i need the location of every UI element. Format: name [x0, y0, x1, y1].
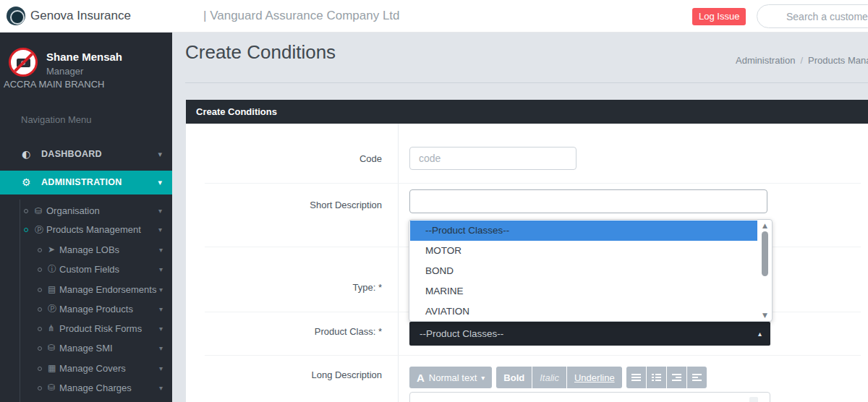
unordered-list-button[interactable]	[626, 367, 646, 388]
editor-toolbar: A Normal text ▾ Bold Italic Underline	[409, 367, 707, 388]
info-circle-icon: ⓘ	[48, 260, 56, 279]
database-icon: ⛁	[48, 338, 55, 358]
long-description-label: Long Description	[186, 369, 382, 380]
sidebar-subitem-label: Product Risk Forms	[59, 319, 142, 338]
location-arrow-icon: ➤	[48, 240, 55, 260]
sidebar-subitem[interactable]: ⛁ Manage SMI ▾	[0, 338, 172, 358]
main-content: Create Conditions Administration/Product…	[172, 33, 868, 402]
indent-icon	[692, 373, 702, 382]
short-description-label: Short Description	[186, 200, 382, 210]
dropdown-scrollbar[interactable]: ▲ ▼	[760, 222, 770, 319]
chevron-down-icon: ▾	[159, 338, 163, 358]
red-slash-icon	[11, 51, 35, 75]
chevron-down-icon: ▾	[158, 171, 162, 194]
row-divider	[205, 355, 861, 356]
user-name: Shane Mensah	[46, 51, 122, 63]
sidebar-subitem[interactable]: ▦ Manage Covers ▾	[0, 359, 172, 378]
sidebar-subitem[interactable]: ⛁ Organisation ▾	[0, 202, 172, 221]
bullet-circle-icon	[24, 228, 28, 232]
sidebar-subitem[interactable]: Ⓟ Products Management ▾	[0, 221, 172, 239]
italic-button[interactable]: Italic	[532, 367, 566, 388]
long-description-editor[interactable]	[409, 392, 770, 402]
sidebar-subitem[interactable]: ⋔ Product Risk Forms ▾	[0, 319, 172, 338]
type-label: Type: *	[186, 282, 382, 293]
scroll-up-icon[interactable]: ▲	[760, 222, 770, 229]
dropdown-option[interactable]: --Product Classes--	[410, 221, 757, 241]
chevron-down-icon: ▾	[159, 260, 163, 279]
label-column-divider	[398, 124, 399, 402]
bold-button[interactable]: Bold	[496, 367, 532, 388]
covers-card-icon: ▦	[48, 359, 56, 378]
format-group: Bold Italic Underline	[496, 367, 621, 388]
breadcrumb: Administration/Products Management	[736, 55, 868, 66]
user-role: Manager	[46, 66, 83, 77]
user-branch: ACCRA MAIN BRANCH	[4, 79, 104, 90]
brand-name: Genova Insurance	[30, 0, 131, 32]
sitemap-icon: ⋔	[48, 319, 55, 338]
sidebar-subitem-label: Manage LOBs	[59, 240, 119, 260]
bullet-circle-icon	[38, 307, 42, 312]
scrollbar-thumb[interactable]	[762, 231, 768, 276]
chevron-down-icon: ▾	[159, 240, 163, 260]
scroll-down-icon[interactable]: ▼	[760, 312, 770, 319]
sidebar-subitem-label: Manage Endorsements	[59, 280, 156, 299]
product-class-select[interactable]: --Product Classes-- ▴	[409, 322, 770, 346]
chevron-down-icon: ▾	[159, 378, 163, 398]
product-classes-dropdown: --Product Classes-- MOTOR BOND MARINE AV…	[409, 219, 773, 322]
bullet-circle-icon	[38, 327, 42, 331]
dropdown-option[interactable]: AVIATION	[410, 302, 757, 322]
sidebar-subitem[interactable]: ➤ Manage LOBs ▾	[0, 240, 172, 260]
sidebar-subitem-label: Custom Fields	[59, 260, 119, 279]
underline-button[interactable]: Underline	[567, 367, 622, 388]
page-title: Create Conditions	[185, 41, 336, 64]
sidebar-subitem[interactable]: ▤ Manage Endorsements ▾	[0, 280, 172, 299]
no-photo-avatar-icon[interactable]	[9, 48, 38, 77]
editor-grip-icon	[749, 397, 758, 402]
top-bar: Genova Insurance | Vanguard Assurance Co…	[0, 0, 868, 33]
ordered-list-icon	[652, 373, 661, 382]
dropdown-option[interactable]: BOND	[410, 261, 757, 281]
breadcrumb-separator: /	[800, 55, 803, 66]
sidebar-subitem-label: Organisation	[46, 202, 100, 221]
customer-search-box	[757, 4, 868, 28]
outdent-button[interactable]	[667, 367, 686, 388]
sidebar-item-label: DASHBOARD	[41, 142, 102, 166]
bullet-circle-icon	[38, 248, 42, 252]
sidebar-item-administration[interactable]: ⚙ ADMINISTRATION ▾	[0, 171, 172, 194]
bullet-circle-icon	[38, 367, 42, 371]
sidebar-subitem[interactable]: Ⓟ Manage Products ▾	[0, 299, 172, 319]
customer-search-input[interactable]	[786, 6, 868, 27]
sidebar-subitem[interactable]: ⛁ Manage Charges ▾	[0, 378, 172, 398]
dropdown-option[interactable]: MOTOR	[410, 241, 757, 261]
text-style-button[interactable]: A Normal text ▾	[409, 367, 492, 388]
sidebar-subitem[interactable]: ⓘ Custom Fields ▾	[0, 260, 172, 279]
sidebar-subitem-label: Manage Products	[59, 299, 133, 319]
sidebar-item-dashboard[interactable]: ◐ DASHBOARD ▾	[0, 142, 172, 166]
font-a-icon: A	[417, 372, 425, 384]
code-input[interactable]	[409, 147, 576, 170]
breadcrumb-administration[interactable]: Administration	[736, 55, 795, 66]
chevron-down-icon: ▾	[158, 202, 162, 221]
gear-icon: ⚙	[22, 171, 31, 194]
short-description-input[interactable]	[409, 189, 767, 213]
outdent-icon	[672, 373, 681, 382]
chevron-down-icon: ▾	[159, 299, 163, 319]
panel-header: Create Conditions	[186, 100, 868, 124]
ordered-list-button[interactable]	[647, 367, 666, 388]
bullet-circle-icon	[38, 268, 42, 272]
products-management-submenu: ➤ Manage LOBs ▾ ⓘ Custom Fields ▾ ▤ Mana…	[0, 240, 172, 398]
administration-submenu: ⛁ Organisation ▾ Ⓟ Products Management ▾	[0, 202, 172, 239]
log-issue-button[interactable]: Log Issue	[692, 8, 746, 25]
sidebar-subitem-label: Manage Covers	[59, 359, 126, 378]
dropdown-option[interactable]: MARINE	[410, 281, 757, 302]
sidebar: Shane Mensah Manager ACCRA MAIN BRANCH N…	[0, 33, 172, 402]
products-management-icon: Ⓟ	[35, 221, 43, 239]
indent-button[interactable]	[687, 367, 707, 388]
list-group	[626, 367, 707, 388]
bullet-circle-icon	[38, 288, 42, 292]
sidebar-subitem-label: Manage SMI	[59, 338, 113, 358]
chevron-down-icon: ▾	[159, 319, 163, 338]
chevron-down-icon: ▾	[481, 374, 485, 382]
breadcrumb-current: Products Management	[808, 55, 868, 66]
code-label: Code	[186, 153, 382, 164]
